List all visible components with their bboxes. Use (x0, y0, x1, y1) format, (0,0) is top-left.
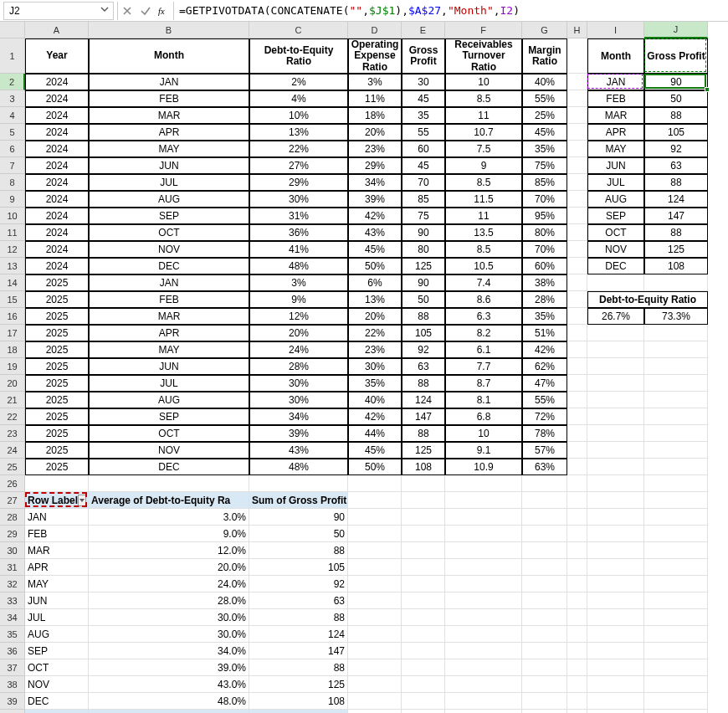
table-header[interactable]: Month (587, 38, 644, 74)
cell[interactable]: 55% (522, 392, 567, 408)
cell[interactable] (567, 643, 587, 659)
cell[interactable] (445, 693, 522, 710)
row-header[interactable]: 26 (0, 475, 25, 492)
cell[interactable]: 23% (348, 141, 402, 157)
cell[interactable]: SEP (89, 208, 249, 224)
row-header[interactable]: 15 (0, 291, 25, 308)
cell[interactable] (402, 475, 445, 492)
row-header[interactable]: 14 (0, 274, 25, 291)
cell[interactable]: 2024 (25, 224, 89, 241)
cell[interactable] (587, 526, 644, 542)
cell[interactable] (348, 559, 402, 576)
cell[interactable]: 22% (348, 325, 402, 341)
cell[interactable]: 2025 (25, 358, 89, 375)
cell[interactable]: 90 (644, 74, 708, 90)
cell[interactable]: 88 (402, 375, 445, 392)
cell[interactable] (567, 542, 587, 559)
cell[interactable]: 38% (522, 274, 567, 291)
cell[interactable] (445, 609, 522, 626)
cell[interactable]: SEP (89, 408, 249, 425)
cell[interactable]: 30% (249, 392, 348, 408)
cell[interactable] (567, 442, 587, 459)
cell[interactable] (402, 643, 445, 659)
cell[interactable]: 20% (249, 325, 348, 341)
cell[interactable]: FEB (89, 291, 249, 308)
cell[interactable] (445, 492, 522, 509)
table-header[interactable]: Debt-to-Equity Ratio (587, 291, 708, 308)
cell[interactable]: 51% (522, 325, 567, 341)
cell[interactable]: 2024 (25, 208, 89, 224)
cell[interactable]: OCT (587, 224, 644, 241)
row-header[interactable]: 25 (0, 459, 25, 475)
cell[interactable]: 40% (348, 392, 402, 408)
row-header[interactable]: 22 (0, 408, 25, 425)
cell[interactable]: 90 (249, 509, 348, 526)
cell[interactable]: 2% (249, 74, 348, 90)
cell[interactable]: 8.2 (445, 325, 522, 341)
cell[interactable]: AUG (89, 392, 249, 408)
cell[interactable]: 10 (445, 425, 522, 442)
cell[interactable] (522, 475, 567, 492)
cell[interactable] (587, 442, 644, 459)
cell[interactable] (445, 676, 522, 693)
row-header[interactable]: 32 (0, 576, 25, 592)
col-header[interactable]: J (644, 22, 708, 38)
cell[interactable] (587, 341, 644, 358)
cell[interactable]: 8.6 (445, 291, 522, 308)
cell[interactable] (644, 274, 708, 291)
cell[interactable]: 47% (522, 375, 567, 392)
cell[interactable] (567, 659, 587, 676)
pivot-row-label[interactable]: DEC (25, 693, 89, 710)
cell[interactable]: 8.7 (445, 375, 522, 392)
cell[interactable]: 6.1 (445, 341, 522, 358)
cell[interactable]: 7.5 (445, 141, 522, 157)
fill-handle[interactable] (705, 87, 710, 92)
cell[interactable] (587, 325, 644, 341)
cell[interactable]: 43% (249, 442, 348, 459)
cell[interactable] (445, 475, 522, 492)
cell[interactable] (587, 609, 644, 626)
cell[interactable]: 80% (522, 224, 567, 241)
cell[interactable]: 2025 (25, 425, 89, 442)
cell[interactable] (644, 659, 708, 676)
cell[interactable] (348, 693, 402, 710)
row-header[interactable]: 9 (0, 191, 25, 208)
cell[interactable]: 45 (402, 157, 445, 174)
cell[interactable] (348, 526, 402, 542)
cell[interactable]: 92 (402, 341, 445, 358)
cell[interactable] (587, 693, 644, 710)
cell[interactable]: JUN (587, 157, 644, 174)
cell[interactable]: JUL (587, 174, 644, 191)
cell[interactable]: 35% (522, 308, 567, 325)
cell[interactable]: 2025 (25, 325, 89, 341)
cell[interactable]: 2024 (25, 74, 89, 90)
cell[interactable] (644, 375, 708, 392)
cell[interactable] (402, 542, 445, 559)
cell[interactable] (587, 542, 644, 559)
row-header[interactable]: 4 (0, 107, 25, 124)
cell[interactable] (587, 592, 644, 609)
cell[interactable] (644, 643, 708, 659)
cell[interactable] (644, 459, 708, 475)
cell[interactable]: 92 (644, 141, 708, 157)
cell[interactable] (567, 509, 587, 526)
cell[interactable]: 8.1 (445, 392, 522, 408)
col-header[interactable]: E (402, 22, 445, 38)
row-header[interactable]: 21 (0, 392, 25, 408)
cell[interactable] (445, 659, 522, 676)
cell[interactable] (522, 609, 567, 626)
cell[interactable]: 70% (522, 241, 567, 258)
cell[interactable]: 105 (644, 124, 708, 141)
cell[interactable]: 90 (402, 224, 445, 241)
cell[interactable] (445, 542, 522, 559)
cell[interactable]: 11% (348, 90, 402, 107)
cell[interactable]: 108 (402, 459, 445, 475)
row-header[interactable]: 37 (0, 659, 25, 676)
cell[interactable] (348, 710, 402, 713)
row-header[interactable]: 36 (0, 643, 25, 659)
cell[interactable] (402, 693, 445, 710)
cell[interactable]: DEC (89, 459, 249, 475)
cell[interactable] (644, 492, 708, 509)
pivot-row-label[interactable]: JUN (25, 592, 89, 609)
cell[interactable]: 90 (402, 274, 445, 291)
